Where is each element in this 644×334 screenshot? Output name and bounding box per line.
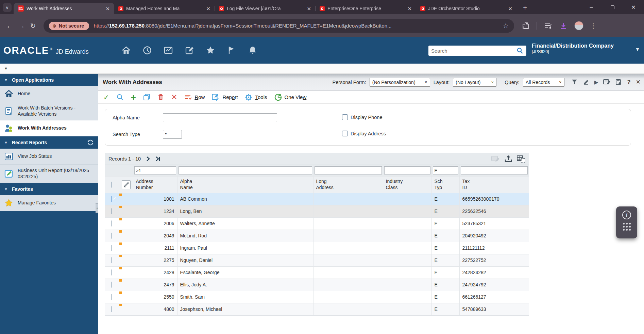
one-view-menu[interactable]: One View: [274, 94, 307, 101]
environment-caret-icon[interactable]: ▼: [635, 47, 640, 52]
section-recent-reports[interactable]: ▼ Recent Reports: [0, 136, 98, 149]
browser-tab-active[interactable]: E1 Work With Addresses ✕: [14, 3, 114, 14]
table-row[interactable]: 2275 Nguyen, Daniel E 227522752: [105, 254, 529, 266]
media-queue-icon[interactable]: [544, 22, 553, 30]
section-open-applications[interactable]: ▼ Open Applications: [0, 74, 98, 86]
recent-clock-icon[interactable]: [142, 46, 152, 55]
extensions-icon[interactable]: [522, 22, 530, 30]
form-extension-icon[interactable]: [603, 79, 610, 85]
help-icon[interactable]: ?: [627, 79, 630, 86]
sidebar-item-manage-favorites[interactable]: Manage Favorites: [0, 195, 98, 211]
row-checkbox[interactable]: [112, 233, 112, 239]
query-select[interactable]: All Records∨: [523, 78, 564, 87]
display-address-option[interactable]: Display Address: [342, 131, 386, 136]
section-favorites[interactable]: ▼ Favorites: [0, 183, 98, 195]
next-page-icon[interactable]: [146, 156, 150, 162]
sidebar-item-batch-versions[interactable]: Work With Batch Versions - Available Ver…: [0, 102, 98, 120]
filter-industry-class[interactable]: [384, 166, 430, 174]
close-button[interactable]: ✕: [171, 93, 177, 102]
tab-close-icon[interactable]: ✕: [406, 6, 413, 11]
row-checkbox[interactable]: [112, 208, 112, 214]
tab-close-icon[interactable]: ✕: [205, 6, 211, 11]
browser-tab[interactable]: EnterpriseOne Enterprise ✕: [316, 3, 416, 14]
browser-tab[interactable]: JDE Orchestrator Studio ✕: [416, 3, 517, 14]
select-button[interactable]: ✓: [103, 93, 109, 101]
phone-icon[interactable]: [122, 180, 131, 189]
export-grid-icon[interactable]: [516, 155, 525, 163]
run-query-icon[interactable]: ▶: [594, 79, 598, 85]
download-icon[interactable]: [559, 22, 567, 30]
table-row[interactable]: 2111 Ingram, Paul E 211121112: [105, 242, 529, 254]
browser-tab[interactable]: Log File Viewer [/u01/Ora ✕: [215, 3, 316, 14]
report-menu[interactable]: Report: [212, 94, 238, 101]
col-tax-id[interactable]: TaxID: [459, 176, 529, 193]
filter-alpha-name[interactable]: [179, 166, 312, 174]
bookmark-star-icon[interactable]: ☆: [503, 22, 509, 30]
tab-close-icon[interactable]: ✕: [507, 6, 513, 11]
table-row[interactable]: 4800 Josephson, Michael E 547889633: [105, 303, 529, 315]
table-row[interactable]: 1234 Long, Ben E 225632546: [105, 205, 529, 217]
profile-avatar[interactable]: [574, 21, 583, 30]
row-checkbox[interactable]: [112, 294, 112, 300]
edit-query-icon[interactable]: [583, 79, 589, 85]
reload-button[interactable]: ↻: [27, 22, 39, 30]
window-close-button[interactable]: ✕: [623, 0, 644, 14]
back-button[interactable]: ←: [4, 21, 16, 30]
forward-button[interactable]: →: [16, 21, 27, 30]
row-checkbox[interactable]: [112, 257, 112, 263]
table-row[interactable]: 2550 Smith, Sam E 661266127: [105, 291, 529, 303]
filter-long-address[interactable]: [315, 166, 382, 174]
search-type-input[interactable]: [163, 130, 182, 139]
display-phone-option[interactable]: Display Phone: [342, 114, 383, 120]
filter-tax-id[interactable]: [461, 166, 528, 174]
tab-search-chevron-icon[interactable]: ∨: [3, 3, 12, 12]
table-row[interactable]: 2479 Ellis, Jody A. E 247924792: [105, 279, 529, 291]
sidebar-item-home[interactable]: Home: [0, 86, 98, 102]
watchlist-chart-icon[interactable]: [164, 46, 173, 55]
filter-sch-typ[interactable]: [433, 166, 458, 174]
row-checkbox[interactable]: [112, 269, 112, 275]
close-form-icon[interactable]: ✕: [636, 79, 641, 86]
not-secure-chip[interactable]: ⊗ Not secure: [49, 22, 89, 30]
carousel-caret-icon[interactable]: ▼: [4, 66, 8, 70]
browser-tab[interactable]: Managed Homes and Ma ✕: [114, 3, 215, 14]
col-address-number[interactable]: AddressNumber: [133, 176, 177, 193]
filter-funnel-icon[interactable]: [571, 79, 578, 85]
col-long-address[interactable]: LongAddress: [313, 176, 383, 193]
row-checkbox[interactable]: [112, 306, 112, 312]
display-address-checkbox[interactable]: [342, 131, 348, 136]
add-button[interactable]: +: [131, 94, 136, 101]
layout-select[interactable]: (No Layout)∨: [453, 78, 496, 87]
environment-selector[interactable]: Financial/Distribution Company [JPS920]: [532, 43, 634, 55]
row-checkbox[interactable]: [112, 220, 112, 227]
row-menu[interactable]: Row: [184, 94, 205, 101]
table-row[interactable]: 2049 McLind, Rod E 204920492: [105, 230, 529, 242]
search-icon[interactable]: [516, 47, 524, 54]
tab-close-icon[interactable]: ✕: [104, 6, 111, 11]
col-industry-class[interactable]: IndustryClass: [383, 176, 431, 193]
row-checkbox[interactable]: [112, 282, 112, 288]
address-bar[interactable]: ⊗ Not secure https://152.69.178.250:8080…: [44, 19, 514, 33]
compose-icon[interactable]: [185, 46, 194, 55]
info-icon[interactable]: i: [622, 211, 631, 219]
flag-icon[interactable]: [227, 46, 236, 55]
col-sch-typ[interactable]: SchTyp: [431, 176, 459, 193]
window-minimize-button[interactable]: –: [581, 0, 602, 14]
col-alpha-name[interactable]: AlphaName: [177, 176, 313, 193]
row-checkbox[interactable]: [112, 245, 112, 251]
favorites-star-icon[interactable]: [206, 46, 215, 55]
delete-button[interactable]: [157, 94, 164, 101]
table-row[interactable]: 1001 AB Common E 66595263000170: [105, 193, 529, 205]
sidebar-item-view-job-status[interactable]: View Job Status: [0, 149, 98, 165]
refresh-icon[interactable]: [87, 139, 94, 146]
last-page-icon[interactable]: [155, 156, 161, 162]
apps-grid-icon[interactable]: [623, 223, 631, 231]
personal-form-select[interactable]: (No Personalization)∨: [370, 78, 430, 87]
new-tab-button[interactable]: +: [520, 3, 530, 13]
select-all-checkbox[interactable]: [112, 182, 112, 188]
sidebar-item-work-with-addresses[interactable]: Work With Addresses: [0, 120, 98, 136]
filter-address-number[interactable]: [134, 166, 176, 174]
save-query-icon[interactable]: [615, 79, 622, 85]
copy-button[interactable]: [143, 94, 150, 101]
assistive-widget[interactable]: i: [616, 206, 637, 238]
